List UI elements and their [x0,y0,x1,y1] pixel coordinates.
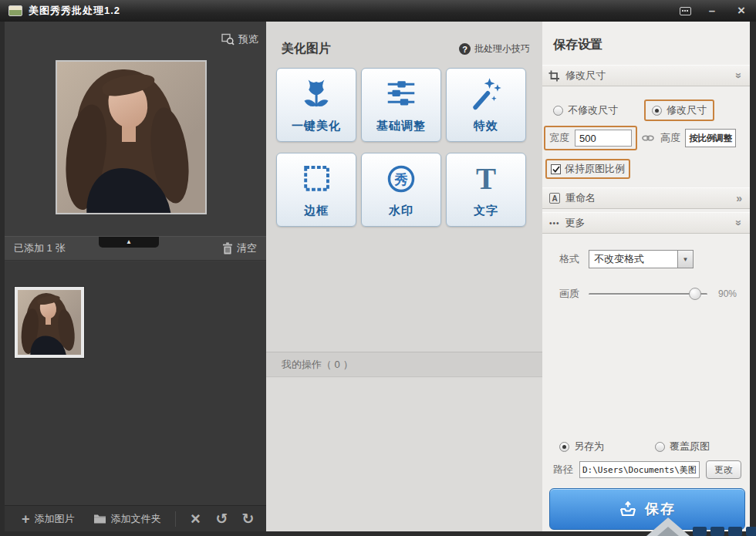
thumbnail-area [5,261,266,505]
keep-ratio-label: 保持原图比例 [565,162,625,176]
preview-label: 预览 [238,32,258,46]
rename-section-label: 重命名 [565,191,596,205]
question-icon: ? [459,43,471,55]
trash-icon [222,242,233,255]
quality-value: 90% [718,288,737,299]
add-folder-button[interactable]: 添加文件夹 [93,512,161,526]
link-icon [642,134,654,142]
feature-button-basic-adjust[interactable]: 基础调整 [361,68,441,142]
resize-radio[interactable] [652,106,662,116]
feature-button-one-key-beautify[interactable]: 一键美化 [276,68,356,142]
quality-label: 画质 [559,287,579,301]
more-section-label: 更多 [565,216,586,230]
keep-ratio-checkbox[interactable] [551,164,561,174]
dropdown-arrow-icon: ▼ [683,256,689,263]
folder-icon [93,514,106,524]
text-icon: T [468,153,504,204]
added-count-bar: 已添加 1 张 ▲ 清空 [5,236,266,261]
feature-button-border[interactable]: 边框 [276,153,356,227]
minimize-button[interactable]: – [704,0,721,22]
sliders-icon [383,69,419,119]
collapse-handle[interactable]: ▲ [99,237,159,248]
toolbar-divider [175,511,176,527]
chevron-down-icon: » [733,220,745,226]
feature-button-label: 水印 [389,204,413,218]
path-row: 路径 更改 [553,460,741,480]
format-dropdown[interactable]: 不改变格式 [589,250,678,268]
more-section-header[interactable]: ••• 更多 » [542,212,750,234]
delete-selected-button[interactable]: × [187,511,205,528]
batch-tips-link[interactable]: ? 批处理小技巧 [459,42,530,56]
chevron-right-icon: » [736,192,742,204]
feature-button-label: 文字 [474,204,498,218]
rename-section-header[interactable]: A 重命名 » [542,187,750,209]
height-value-box[interactable]: 按比例调整 [685,129,736,147]
save-button[interactable]: 保存 [549,488,745,530]
clear-all-label: 清空 [237,241,257,255]
magic-wand-icon [468,69,504,119]
resize-section-header[interactable]: 修改尺寸 » [542,65,750,86]
app-logo-icon [8,5,22,16]
preview-image [56,60,207,214]
redo-button[interactable]: ↻ [239,511,258,526]
undo-button[interactable]: ↺ [213,511,231,526]
width-input[interactable] [575,130,632,147]
more-dots-icon: ••• [549,219,560,228]
feature-button-watermark[interactable]: 秀 水印 [361,153,441,227]
image-thumbnail[interactable] [14,286,85,359]
added-count-text: 已添加 1 张 [14,241,65,255]
collapse-arrow-icon: ▲ [126,239,132,245]
check-icon [552,166,560,173]
bottom-toolbar: + 添加图片 添加文件夹 × ↺ ↻ [5,505,266,531]
feature-button-effects[interactable]: 特效 [446,68,526,142]
actions-empty-area [266,378,542,531]
format-label: 格式 [559,252,579,266]
save-icon [619,501,637,517]
image-list-panel: 预览 已添加 1 张 ▲ 清空 [5,22,266,531]
feature-button-text[interactable]: T 文字 [446,153,526,227]
path-input[interactable] [579,461,700,478]
add-image-button[interactable]: + 添加图片 [22,512,75,526]
feature-button-grid: 一键美化 基础调整 特效 [276,68,526,227]
height-label: 高度 [660,131,680,145]
annotation-highlight: 修改尺寸 [644,99,714,121]
no-resize-radio[interactable] [553,106,563,116]
save-settings-title: 保存设置 [553,37,602,53]
format-value: 不改变格式 [594,252,644,266]
save-as-radio[interactable] [559,442,569,452]
change-path-button[interactable]: 更改 [706,460,741,479]
no-resize-label: 不修改尺寸 [568,103,618,117]
format-dropdown-button[interactable]: ▼ [678,250,694,268]
feature-button-label: 一键美化 [292,119,341,133]
feature-button-label: 基础调整 [376,119,426,133]
preview-button[interactable]: 预览 [221,32,258,46]
portrait-photo [57,62,205,213]
thumbnail-photo [18,290,81,355]
plus-icon: + [22,512,30,526]
beautify-panel: 美化图片 ? 批处理小技巧 一键美化 [266,22,542,531]
rename-a-icon: A [549,193,560,204]
my-actions-bar[interactable]: 我的操作（ 0 ） [266,352,542,377]
frame-icon [299,153,334,204]
resize-label: 修改尺寸 [667,103,707,117]
overwrite-radio[interactable] [655,442,665,452]
feature-button-label: 特效 [474,119,498,133]
chevron-down-icon: » [733,72,745,79]
overwrite-label: 覆盖原图 [670,440,710,453]
svg-text:T: T [476,161,496,194]
clear-all-button[interactable]: 清空 [222,241,257,255]
batch-tips-label: 批处理小技巧 [474,42,530,56]
svg-text:秀: 秀 [393,171,408,187]
undo-icon: ↺ [216,511,228,527]
my-actions-label: 我的操作（ 0 ） [282,358,353,372]
title-bar: 美图秀秀批处理1.2 – × [0,0,756,22]
save-mode-row: 另存为 覆盖原图 [559,437,710,457]
feedback-icon[interactable] [680,7,691,15]
format-row: 格式 不改变格式 ▼ [559,249,694,269]
quality-slider[interactable] [589,293,707,295]
close-button[interactable]: × [733,0,750,22]
flower-icon [299,69,334,119]
quality-slider-thumb[interactable] [689,288,701,300]
feature-button-label: 边框 [304,204,329,218]
preview-magnifier-icon [221,33,235,46]
